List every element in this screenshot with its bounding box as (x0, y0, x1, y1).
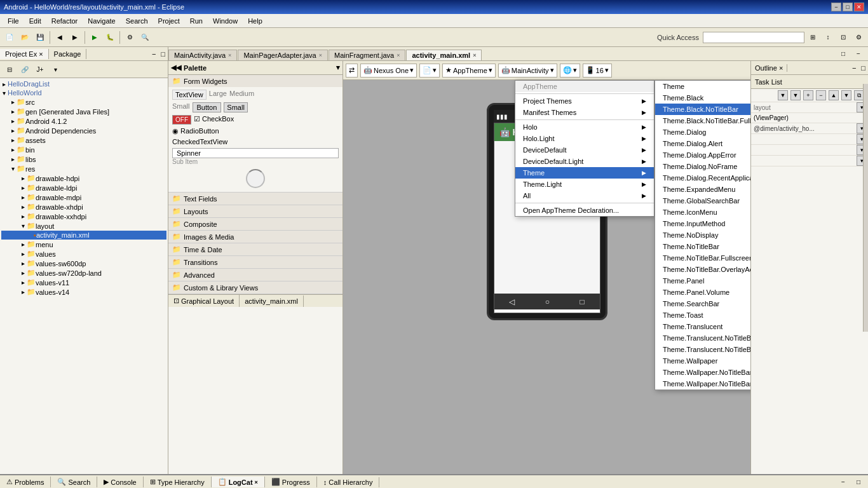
theme-wallpaper-notitlebar-item[interactable]: Theme.Wallpaper.NoTitleBar (655, 367, 750, 378)
toolbar-right2[interactable]: ↕ (821, 30, 835, 44)
theme-item[interactable]: Theme ▶ (515, 167, 654, 179)
theme-inputmethod-item[interactable]: Theme.InputMethod (655, 218, 750, 229)
theme-panel-volume-item[interactable]: Theme.Panel.Volume (655, 287, 750, 298)
toolbar-right3[interactable]: ⊡ (836, 30, 850, 44)
palette-back-arrow[interactable]: ◀◀ (171, 64, 181, 72)
theme-black-notitlebar-item[interactable]: Theme.Black.NoTitleBar (655, 104, 750, 115)
bottom-min[interactable]: − (836, 475, 850, 489)
graphical-layout-tab[interactable]: ⊡ Graphical Layout (168, 295, 240, 307)
device-default-item[interactable]: DeviceDefault ▶ (515, 144, 654, 156)
outline-min[interactable]: − (850, 64, 858, 72)
composite-header[interactable]: 📁 Composite (168, 218, 342, 230)
theme-notitlebar-overlay-item[interactable]: Theme.NoTitleBar.OverlayActionModes (655, 264, 750, 275)
menu-run[interactable]: Run (185, 16, 208, 26)
toolbar-back[interactable]: ◀ (53, 30, 67, 44)
toolbar-debug[interactable]: 🐛 (103, 30, 117, 44)
tree-item-activity-main-xml[interactable]: ▪ activity_main.xml (1, 231, 166, 240)
all-item[interactable]: All ▶ (515, 190, 654, 201)
prop-remove-btn[interactable]: − (816, 90, 826, 100)
theme-expandedmenu-item[interactable]: Theme.ExpandedMenu (655, 184, 750, 195)
theme-toast-item[interactable]: Theme.Toast (655, 309, 750, 321)
left-panel-max[interactable]: □ (158, 50, 168, 58)
progress-tab[interactable]: ⬛ Progress (265, 477, 317, 487)
device-selector[interactable]: 🤖 Nexus One ▾ (360, 64, 417, 78)
tab-activity-main-xml[interactable]: activity_main.xml × (406, 50, 482, 60)
tree-item-drawable-xhdpi[interactable]: ▸ 📁 drawable-xhdpi (1, 202, 166, 212)
menu-project[interactable]: Project (153, 16, 185, 26)
button-widget[interactable]: Button (193, 102, 222, 112)
theme-notitlebar-item[interactable]: Theme.NoTitleBar (655, 241, 750, 252)
outline-max[interactable]: □ (858, 64, 868, 72)
theme-dialog-alert-item[interactable]: Theme.Dialog.Alert (655, 138, 750, 149)
tree-item-drawable-hdpi[interactable]: ▸ 📁 drawable-hdpi (1, 173, 166, 183)
toggle-widget[interactable]: OFF (172, 115, 191, 125)
quick-access-input[interactable] (703, 32, 804, 43)
menu-file[interactable]: File (3, 16, 24, 26)
collapse-all-button[interactable]: ⊟ (3, 62, 17, 76)
toolbar-right4[interactable]: ⚙ (851, 30, 865, 44)
theme-base-item[interactable]: Theme (655, 81, 750, 92)
menu-search[interactable]: Search (121, 16, 153, 26)
tree-item-menu[interactable]: ▸ 📁 menu (1, 240, 166, 249)
layouts-header[interactable]: 📁 Layouts (168, 205, 342, 217)
api-selector[interactable]: 📱 16 ▾ (583, 64, 612, 78)
tree-item-bin[interactable]: ▸ 📁 bin (1, 145, 166, 154)
checkbox-widget[interactable]: ☑ CheckBox (194, 115, 234, 125)
tree-item-src[interactable]: ▸ 📁 src (1, 97, 166, 107)
layout-selector[interactable]: 📄 ▾ (419, 64, 440, 78)
close-button[interactable]: ✕ (854, 3, 864, 11)
type-hierarchy-tab[interactable]: ⊞ Type Hierarchy (144, 477, 212, 487)
advanced-header[interactable]: 📁 Advanced (168, 269, 342, 281)
prop-up-btn[interactable]: ▲ (829, 90, 839, 100)
call-hierarchy-tab[interactable]: ↕ Call Hierarchy (317, 477, 380, 487)
form-widgets-header[interactable]: 📁 Form Widgets (168, 75, 342, 87)
link-editor-button[interactable]: 🔗 (18, 62, 32, 76)
package-explorer-tab[interactable]: Package (49, 49, 87, 59)
theme-wallpaper-item[interactable]: Theme.Wallpaper (655, 355, 750, 367)
tree-item-values-v14[interactable]: ▸ 📁 values-v14 (1, 287, 166, 297)
back-nav[interactable]: ◁ (509, 297, 515, 306)
theme-black-item[interactable]: Theme.Black (655, 92, 750, 104)
theme-iconmenu-item[interactable]: Theme.IconMenu (655, 207, 750, 218)
recent-nav[interactable]: □ (580, 297, 585, 306)
project-explorer-tab[interactable]: Project Ex × (0, 49, 49, 59)
tab-mainfragment-java[interactable]: MainFragment.java × (329, 50, 405, 60)
maximize-editor-button[interactable]: □ (836, 46, 850, 60)
toolbar-run[interactable]: ▶ (88, 30, 102, 44)
tree-item-libs[interactable]: ▸ 📁 libs (1, 154, 166, 164)
theme-dialog-item[interactable]: Theme.Dialog (655, 126, 750, 138)
maximize-button[interactable]: □ (843, 3, 853, 11)
theme-selector[interactable]: ★ AppTheme ▾ (442, 64, 496, 78)
theme-light-item[interactable]: Theme.Light ▶ (515, 179, 654, 190)
tab-close-icon[interactable]: × (397, 52, 400, 58)
toolbar-save[interactable]: 💾 (33, 30, 47, 44)
text-fields-header[interactable]: 📁 Text Fields (168, 193, 342, 205)
outline-tab[interactable]: Outline × (751, 64, 787, 72)
tree-item-gen[interactable]: ▸ 📁 gen [Generated Java Files] (1, 107, 166, 116)
theme-translucent-notitlebar-fullscreen-item[interactable]: Theme.Translucent.NoTitleBar.Fullscreen (655, 344, 750, 355)
activity-selector[interactable]: 🤖 MainActivity ▾ (498, 64, 557, 78)
tree-item-drawable-xxhdpi[interactable]: ▸ 📁 drawable-xxhdpi (1, 212, 166, 221)
checkedtextview-widget[interactable]: CheckedTextView (172, 138, 227, 146)
tree-item-res[interactable]: ▾ 📁 res (1, 164, 166, 173)
tree-item-hellodraglist[interactable]: ▸ HelloDragList (1, 79, 166, 88)
toolbar-forward[interactable]: ▶ (68, 30, 82, 44)
images-media-header[interactable]: 📁 Images & Media (168, 231, 342, 243)
problems-tab[interactable]: ⚠ Problems (0, 477, 51, 487)
home-nav[interactable]: ○ (545, 297, 550, 306)
time-date-header[interactable]: 📁 Time & Date (168, 243, 342, 255)
prop-expand-btn[interactable]: ▼ (778, 90, 788, 100)
menu-help[interactable]: Help (243, 16, 268, 26)
activity-xml-tab[interactable]: activity_main.xml (240, 295, 304, 307)
manifest-themes-item[interactable]: Manifest Themes ▶ (515, 107, 654, 118)
tree-item-values-v11[interactable]: ▸ 📁 values-v11 (1, 278, 166, 287)
tree-item-drawable-ldpi[interactable]: ▸ 📁 drawable-ldpi (1, 183, 166, 193)
theme-notitlebar-fullscreen-item[interactable]: Theme.NoTitleBar.Fullscreen (655, 252, 750, 264)
tree-item-values[interactable]: ▸ 📁 values (1, 249, 166, 259)
search-tab[interactable]: 🔍 Search (51, 477, 97, 487)
textview-large[interactable]: TextView (172, 90, 207, 100)
holo-item[interactable]: Holo ▶ (515, 121, 654, 133)
tree-item-helloworld[interactable]: ▾ HelloWorld (1, 88, 166, 97)
device-default-light-item[interactable]: DeviceDefault.Light ▶ (515, 156, 654, 167)
tab-close-icon[interactable]: × (473, 52, 476, 58)
